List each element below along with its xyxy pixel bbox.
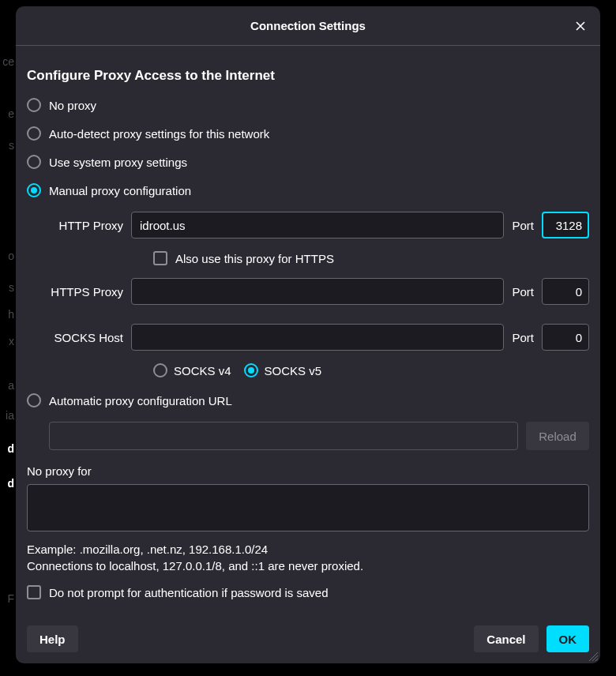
checkbox-icon — [153, 251, 167, 265]
socks-host-row: SOCKS Host Port — [49, 324, 589, 351]
checkbox-icon — [27, 585, 41, 599]
mode-manual-proxy[interactable]: Manual proxy configuration — [27, 183, 589, 197]
https-proxy-row: HTTPS Proxy Port — [49, 278, 589, 305]
manual-proxy-fields: HTTP Proxy Port Also use this proxy for … — [49, 212, 589, 377]
https-port-input[interactable] — [542, 278, 589, 305]
http-proxy-input[interactable] — [131, 212, 504, 238]
background-truncated-text: ce e s o s h x a ia d d F — [0, 0, 16, 676]
radio-label: SOCKS v4 — [174, 364, 231, 377]
https-proxy-label: HTTPS Proxy — [49, 285, 123, 299]
http-proxy-label: HTTP Proxy — [49, 219, 123, 232]
radio-label: SOCKS v5 — [265, 364, 322, 377]
radio-icon — [27, 183, 41, 197]
ok-button[interactable]: OK — [547, 625, 590, 652]
radio-icon — [27, 393, 41, 407]
socks-version-group: SOCKS v4 SOCKS v5 — [153, 363, 589, 377]
close-icon — [574, 20, 587, 32]
radio-label: No proxy — [49, 99, 96, 112]
socks-host-input[interactable] — [131, 324, 504, 351]
radio-label: Manual proxy configuration — [49, 184, 191, 197]
port-label: Port — [512, 219, 534, 232]
titlebar: Connection Settings — [16, 6, 600, 46]
port-label: Port — [512, 331, 534, 344]
cancel-button[interactable]: Cancel — [474, 625, 538, 652]
no-proxy-example: Example: .mozilla.org, .net.nz, 192.168.… — [27, 543, 589, 556]
mode-auto-detect[interactable]: Auto-detect proxy settings for this netw… — [27, 126, 589, 141]
dialog-body: Configure Proxy Access to the Internet N… — [16, 46, 600, 625]
reload-button[interactable]: Reload — [526, 422, 589, 450]
mode-system-proxy[interactable]: Use system proxy settings — [27, 155, 589, 169]
http-proxy-row: HTTP Proxy Port — [49, 212, 589, 238]
pac-url-input[interactable] — [49, 422, 518, 450]
radio-label: Automatic proxy configuration URL — [49, 394, 232, 407]
checkbox-label: Also use this proxy for HTTPS — [175, 252, 334, 265]
connection-settings-dialog: Connection Settings Configure Proxy Acce… — [16, 6, 600, 663]
resize-icon — [588, 651, 599, 662]
also-use-for-https[interactable]: Also use this proxy for HTTPS — [153, 251, 589, 265]
dialog-title: Connection Settings — [250, 19, 366, 32]
no-proxy-for-input[interactable] — [27, 484, 589, 531]
socks-port-input[interactable] — [542, 324, 589, 351]
resize-handle[interactable] — [588, 651, 599, 662]
radio-icon — [27, 126, 41, 141]
close-button[interactable] — [569, 14, 592, 38]
section-heading: Configure Proxy Access to the Internet — [27, 68, 589, 84]
radio-label: Use system proxy settings — [49, 156, 187, 169]
radio-label: Auto-detect proxy settings for this netw… — [49, 127, 269, 141]
help-button[interactable]: Help — [27, 625, 78, 652]
checkbox-label: Do not prompt for authentication if pass… — [49, 586, 329, 599]
socks-host-label: SOCKS Host — [49, 331, 123, 344]
socks-v5-option[interactable]: SOCKS v5 — [244, 363, 322, 377]
no-auth-prompt[interactable]: Do not prompt for authentication if pass… — [27, 585, 589, 599]
mode-pac-url[interactable]: Automatic proxy configuration URL — [27, 393, 589, 407]
mode-no-proxy[interactable]: No proxy — [27, 98, 589, 112]
port-label: Port — [512, 285, 534, 299]
https-proxy-input[interactable] — [131, 278, 504, 305]
dialog-footer: Help Cancel OK — [16, 625, 600, 663]
radio-icon — [244, 363, 258, 377]
no-proxy-for-label: No proxy for — [27, 464, 589, 478]
no-proxy-note: Connections to localhost, 127.0.0.1/8, a… — [27, 559, 589, 573]
http-port-input[interactable] — [542, 212, 589, 238]
socks-v4-option[interactable]: SOCKS v4 — [153, 363, 231, 377]
radio-icon — [153, 363, 167, 377]
radio-icon — [27, 155, 41, 169]
pac-url-row: Reload — [49, 422, 589, 450]
radio-icon — [27, 98, 41, 112]
